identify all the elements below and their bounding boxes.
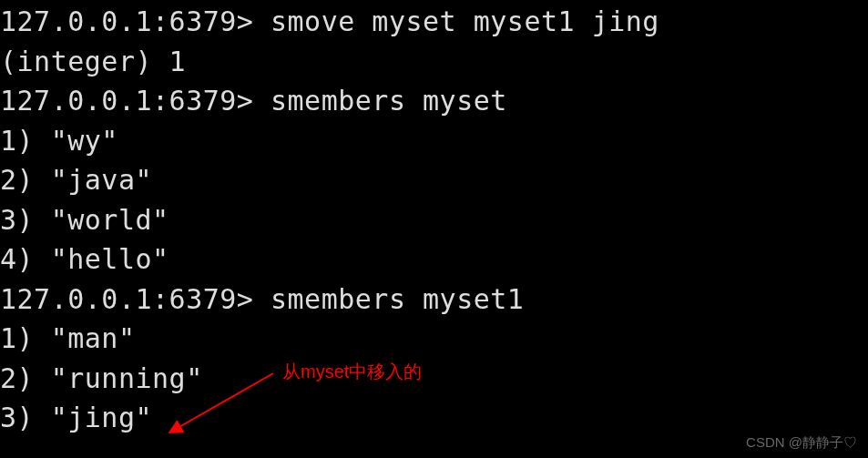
output-line: 3) "jing": [0, 398, 868, 438]
output-line: (integer) 1: [0, 42, 868, 82]
output-line: 1) "wy": [0, 121, 868, 161]
command-line: 127.0.0.1:6379> smembers myset: [0, 81, 868, 121]
output-line: 2) "java": [0, 160, 868, 200]
annotation-text: 从myset中移入的: [282, 359, 422, 385]
terminal-output[interactable]: 127.0.0.1:6379> smove myset myset1 jing …: [0, 2, 868, 438]
output-line: 2) "running": [0, 359, 868, 399]
output-line: 3) "world": [0, 200, 868, 240]
watermark-text: CSDN @静静子♡: [746, 433, 857, 453]
output-line: 4) "hello": [0, 239, 868, 280]
command-line: 127.0.0.1:6379> smembers myset1: [0, 280, 868, 320]
output-line: 1) "man": [0, 319, 868, 359]
command-line: 127.0.0.1:6379> smove myset myset1 jing: [0, 2, 868, 42]
